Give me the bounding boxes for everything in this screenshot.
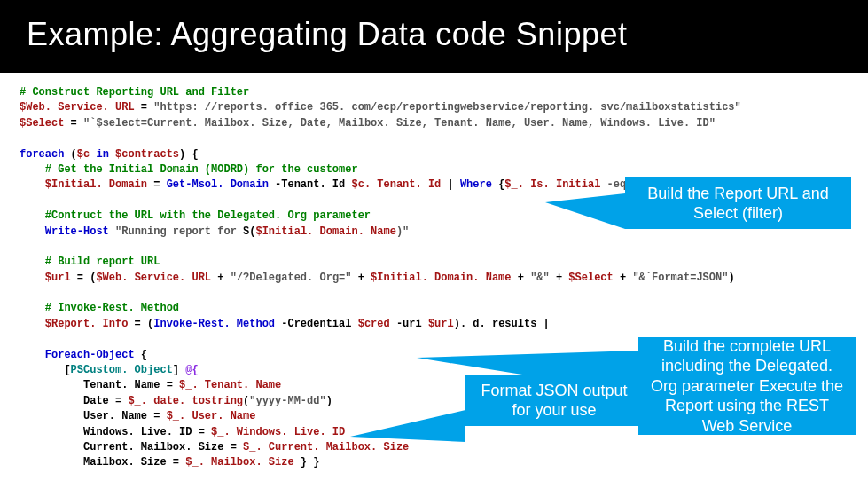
code-var: $Select [20,117,64,130]
code-var: $Initial. Domain. Name [371,272,511,284]
code-op: = ( [71,272,97,284]
code-var: $_. Is. Initial [504,178,600,191]
code-var: $Initial. Domain [20,178,147,191]
code-var: $Select [568,272,613,284]
code-var: $_. User. Name [167,410,256,422]
code-var: $contracts [115,148,179,161]
code-string: )" [396,225,409,238]
code-text: $( [243,225,255,238]
slide-title: Example: Aggregating Data code Snippet [0,0,868,73]
code-op: | [441,178,460,191]
code-keyword: foreach [20,148,64,161]
code-op: + [614,272,633,284]
code-text: ( [64,148,76,161]
code-var: $Web. Service. URL [20,101,135,114]
code-op: + [211,272,231,284]
code-text: ) { [179,148,199,161]
code-param: -Tenant. Id [269,178,352,191]
code-text: Current. Mailbox. Size = [20,441,243,454]
code-string: "&`Format=JSON" [632,272,728,284]
code-text: } } [294,456,320,469]
code-cmdlet: Write-Host [20,225,115,238]
code-op: = [135,101,154,114]
code-cmdlet: Foreach-Object [20,349,135,361]
code-string: "yyyy-MM-dd" [249,395,325,407]
code-comment: # Get the Initial Domain (MODRD) for the… [20,163,358,176]
code-var: $_. Mailbox. Size [185,456,293,469]
code-text: { [135,349,147,361]
code-string: "https: //reports. office 365. com/ecp/r… [153,101,741,114]
code-op: = [147,178,167,191]
code-op: + [512,272,531,284]
code-comment: # Build report URL [20,256,160,268]
code-keyword: in [90,148,115,161]
code-op: = [64,117,83,130]
code-var: $_. date. tostring [128,395,243,407]
code-op: = ( [128,318,153,330]
code-text: Windows. Live. ID = [20,426,211,438]
code-text: { [492,178,504,191]
code-hash: @{ [185,364,198,376]
code-var: $cred [358,318,390,330]
code-var: $url [20,272,71,284]
code-op: + [550,272,569,284]
code-text: User. Name = [20,410,167,422]
code-string: "`$select=Current. Mailbox. Size, Date, … [83,117,716,130]
code-var: $Web. Service. URL [96,272,211,284]
code-var: $_. Current. Mailbox. Size [243,441,409,454]
code-text: Mailbox. Size = [20,456,185,469]
callout-format-json: Format JSON output for your use [465,375,643,426]
code-type: PSCustom. Object [71,364,173,376]
code-text: ] [173,364,185,376]
code-cmdlet: Get-Msol. Domain [167,178,269,191]
code-param: -Credential [275,318,358,330]
code-var: $_. Tenant. Name [179,379,281,391]
code-cmdlet: Where [460,178,492,191]
code-text: [ [20,364,71,376]
code-string: "Running report for [115,225,243,238]
code-var: $_. Windows. Live. ID [211,426,345,438]
code-text: ) [326,395,332,407]
callout-build-report-url: Build the Report URL and Select (filter) [625,177,851,229]
code-comment: # Invoke-Rest. Method [20,302,179,314]
code-var: $c [77,148,90,161]
code-text: Tenant. Name = [20,379,179,391]
code-text: ). d. results | [454,318,550,330]
code-string: "/?Delegated. Org=" [231,272,352,284]
code-comment: # Construct Reporting URL and Filter [20,86,249,99]
code-var: $Initial. Domain. Name [255,225,395,238]
code-var: $url [428,318,454,330]
code-text: ) [728,272,734,284]
code-cmdlet: Invoke-Rest. Method [153,318,275,330]
code-comment: #Contruct the URL with the Delegated. Or… [20,209,371,222]
code-var: $Report. Info [20,318,128,330]
code-text: Date = [20,395,128,407]
code-op: + [351,272,371,284]
code-string: "&" [530,272,550,284]
code-param: -uri [390,318,428,330]
code-var: $c. Tenant. Id [351,178,441,191]
callout-complete-url: Build the complete URL including the Del… [638,337,856,435]
